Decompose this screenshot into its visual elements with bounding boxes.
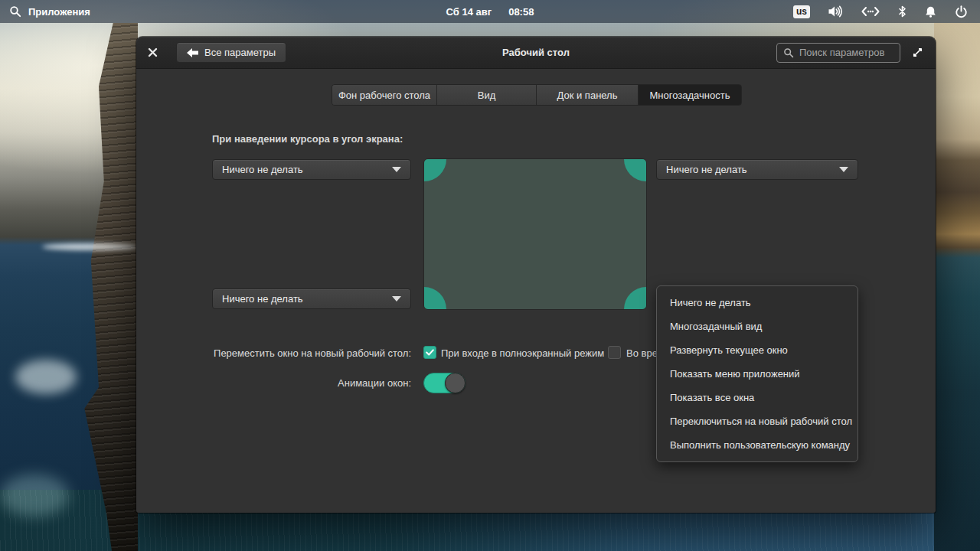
network-icon[interactable] bbox=[861, 6, 880, 17]
settings-tabs: Фон рабочего стола Вид Док и панель Мног… bbox=[332, 84, 742, 106]
hot-corner-indicator-top-left bbox=[423, 158, 446, 181]
hot-corner-indicator-bottom-right bbox=[624, 287, 647, 310]
hot-corners-section-label: При наведении курсора в угол экрана: bbox=[212, 133, 403, 145]
tab-multitasking[interactable]: Многозадачность bbox=[638, 85, 741, 105]
hot-corners-preview bbox=[423, 158, 647, 310]
chevron-down-icon bbox=[392, 167, 401, 172]
tab-appearance[interactable]: Вид bbox=[436, 85, 536, 105]
top-bar: Приложения Сб 14 авг 08:58 us bbox=[0, 0, 980, 23]
keyboard-layout-indicator[interactable]: us bbox=[793, 5, 810, 18]
menu-item-multitasking-view[interactable]: Многозадачный вид bbox=[657, 315, 858, 338]
chevron-down-icon bbox=[392, 296, 401, 302]
wallpaper-foam bbox=[0, 474, 69, 517]
second-checkbox[interactable] bbox=[608, 346, 621, 359]
tab-dock-and-panel[interactable]: Док и панель bbox=[536, 85, 638, 105]
menu-item-do-nothing[interactable]: Ничего не делать bbox=[657, 291, 858, 315]
time-label: 08:58 bbox=[508, 6, 534, 18]
search-input[interactable] bbox=[799, 47, 891, 58]
desktop-screen: Приложения Сб 14 авг 08:58 us bbox=[0, 0, 980, 551]
wallpaper-foam bbox=[15, 360, 77, 394]
search-icon bbox=[9, 5, 21, 18]
animations-label: Анимации окон: bbox=[212, 377, 411, 389]
dropdown-value: Ничего не делать bbox=[222, 164, 303, 175]
dropdown-value: Ничего не делать bbox=[222, 293, 303, 305]
search-icon bbox=[783, 47, 794, 58]
menu-item-maximize-window[interactable]: Развернуть текущее окно bbox=[657, 338, 858, 362]
bluetooth-icon[interactable] bbox=[898, 5, 906, 18]
fullscreen-toggle-icon[interactable] bbox=[908, 44, 926, 62]
applications-label: Приложения bbox=[28, 6, 90, 18]
menu-item-switch-workspace[interactable]: Переключиться на новый рабочий стол bbox=[657, 409, 858, 433]
date-label: Сб 14 авг bbox=[446, 6, 492, 18]
tab-desktop-background[interactable]: Фон рабочего стола bbox=[332, 85, 436, 105]
animations-toggle[interactable] bbox=[423, 373, 466, 393]
fullscreen-checkbox[interactable] bbox=[423, 346, 436, 359]
hot-corner-indicator-bottom-left bbox=[423, 287, 446, 310]
volume-icon[interactable] bbox=[828, 5, 843, 18]
hot-corner-top-left-dropdown[interactable]: Ничего не делать bbox=[212, 159, 411, 180]
settings-search[interactable] bbox=[776, 43, 900, 63]
hot-corner-action-menu: Ничего не делать Многозадачный вид Разве… bbox=[656, 285, 858, 462]
wallpaper-wave bbox=[42, 243, 138, 250]
chevron-down-icon bbox=[839, 167, 848, 172]
menu-item-show-app-menu[interactable]: Показать меню приложений bbox=[657, 362, 858, 386]
hot-corner-top-right-dropdown[interactable]: Ничего не делать bbox=[656, 159, 858, 180]
menu-item-custom-command[interactable]: Выполнить пользовательскую команду bbox=[657, 433, 858, 457]
all-settings-button[interactable]: Все параметры bbox=[176, 42, 286, 63]
titlebar: Все параметры Рабочий стол bbox=[136, 37, 936, 69]
hot-corner-bottom-left-dropdown[interactable]: Ничего не делать bbox=[212, 289, 411, 309]
settings-window: Все параметры Рабочий стол Фон рабочего … bbox=[136, 37, 936, 513]
power-icon[interactable] bbox=[955, 5, 968, 18]
system-tray: us bbox=[793, 5, 980, 18]
back-arrow-icon bbox=[187, 48, 198, 57]
toggle-knob bbox=[445, 373, 466, 393]
wallpaper-cliff-right bbox=[934, 23, 980, 551]
hot-corner-indicator-top-right bbox=[624, 158, 647, 181]
close-button[interactable] bbox=[142, 43, 162, 63]
move-window-label: Переместить окно на новый рабочий стол: bbox=[212, 347, 411, 359]
notifications-icon[interactable] bbox=[924, 5, 937, 18]
menu-item-show-all-windows[interactable]: Показать все окна bbox=[657, 386, 858, 409]
dropdown-value: Ничего не делать bbox=[666, 164, 747, 175]
fullscreen-checkbox-label[interactable]: При входе в полноэкранный режим bbox=[441, 347, 604, 359]
all-settings-label: Все параметры bbox=[204, 47, 276, 58]
applications-menu-button[interactable]: Приложения bbox=[0, 5, 90, 18]
